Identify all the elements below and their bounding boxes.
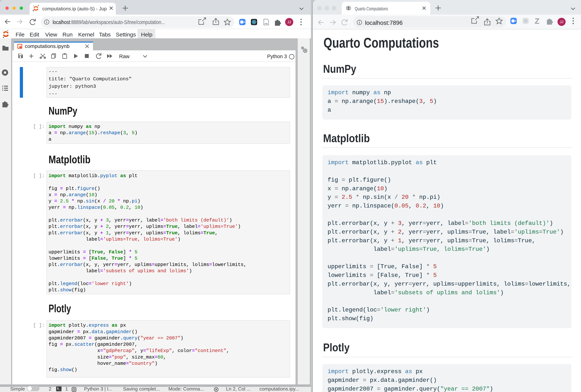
svg-text:Z: Z bbox=[535, 17, 540, 25]
